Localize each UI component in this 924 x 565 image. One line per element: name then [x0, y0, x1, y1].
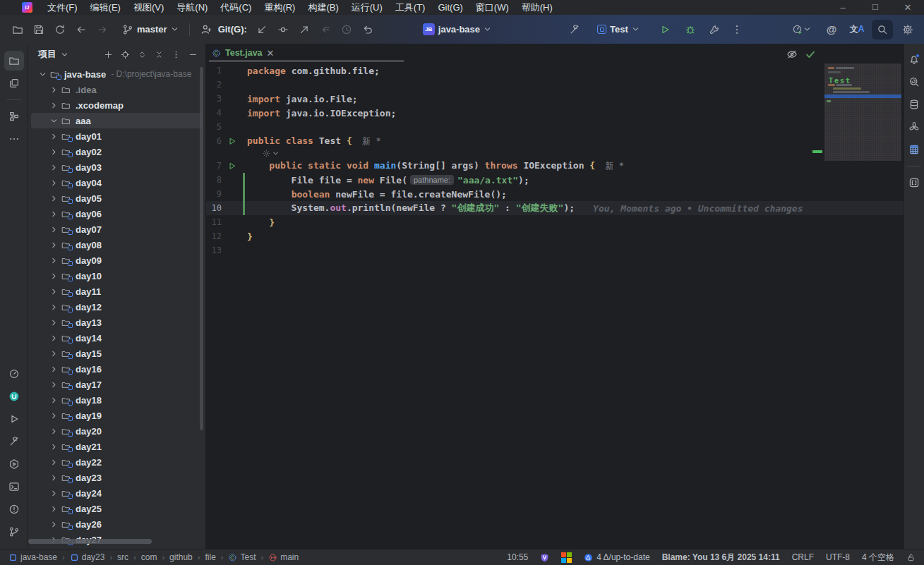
- database-button[interactable]: [906, 96, 923, 113]
- chev-right-icon[interactable]: [48, 412, 59, 420]
- notifications-button[interactable]: [906, 51, 923, 68]
- chev-right-icon[interactable]: [48, 241, 59, 249]
- brackets-plugin-button[interactable]: [906, 174, 923, 191]
- tree-item-day19[interactable]: day19: [31, 408, 203, 423]
- open-button[interactable]: [7, 20, 28, 40]
- run-gutter-icon[interactable]: [227, 137, 236, 146]
- chev-right-icon[interactable]: [48, 319, 59, 327]
- line-number[interactable]: 3: [206, 94, 222, 104]
- chev-right-icon[interactable]: [48, 288, 59, 296]
- minimize-button[interactable]: –: [827, 0, 859, 15]
- chev-right-icon[interactable]: [48, 179, 59, 187]
- ai-search-button[interactable]: [906, 73, 923, 90]
- code-line-1[interactable]: 1package com.github.file;: [206, 63, 904, 78]
- code-line-13[interactable]: 13: [206, 243, 904, 257]
- breadcrumb-day23[interactable]: day23: [67, 552, 108, 562]
- chev-right-icon[interactable]: [48, 505, 59, 513]
- code-with-me-button[interactable]: @: [821, 20, 842, 40]
- breadcrumb-main[interactable]: main: [265, 552, 301, 562]
- hide-annotations-eye-icon[interactable]: [786, 49, 798, 60]
- clock-widget[interactable]: 10:55: [507, 552, 528, 562]
- code-line-2[interactable]: 2: [206, 78, 904, 92]
- chev-down-icon[interactable]: [37, 71, 48, 78]
- tree-item-day25[interactable]: day25: [31, 501, 203, 516]
- breadcrumb-com[interactable]: com: [138, 552, 160, 562]
- inline-hint-gear-icon[interactable]: [263, 150, 270, 157]
- chev-down-icon[interactable]: [48, 117, 59, 125]
- encoding-widget[interactable]: UTF-8: [826, 552, 850, 562]
- build-button[interactable]: [564, 20, 585, 40]
- tree-item-day04[interactable]: day04: [31, 175, 203, 190]
- line-number[interactable]: 8: [206, 175, 222, 185]
- tree-item-day15[interactable]: day15: [31, 346, 203, 361]
- code-line-7[interactable]: 7 public static void main(String[] args)…: [206, 159, 904, 173]
- tree-item-day07[interactable]: day07: [31, 221, 203, 237]
- menu-gitg[interactable]: Git(G): [431, 0, 469, 15]
- teal-plugin-tool-button[interactable]: [4, 387, 24, 406]
- tree-item-day05[interactable]: day05: [31, 190, 203, 206]
- chev-right-icon[interactable]: [48, 210, 59, 218]
- tree-item-day06[interactable]: day06: [31, 206, 203, 221]
- chev-right-icon[interactable]: [48, 427, 59, 435]
- services-tool-button[interactable]: [4, 454, 24, 474]
- run-config-selector[interactable]: Test: [592, 20, 644, 40]
- line-number[interactable]: 5: [206, 122, 222, 132]
- code-line-12[interactable]: 12}: [206, 229, 904, 243]
- tree-item-.xcodemap[interactable]: .xcodemap: [31, 97, 203, 113]
- menu-重构r[interactable]: 重构(R): [258, 0, 301, 15]
- tree-item-day12[interactable]: day12: [31, 299, 203, 315]
- code-line-10[interactable]: 10 System.out.println(newFile ? "创建成功" :…: [206, 201, 904, 215]
- code-line-9[interactable]: 9 boolean newFile = file.createNewFile()…: [206, 187, 904, 201]
- chev-right-icon[interactable]: [48, 490, 59, 497]
- structure-tool-button[interactable]: [4, 107, 24, 126]
- code-line-11[interactable]: 11 }: [206, 215, 904, 229]
- collapse-all-button[interactable]: [150, 46, 167, 63]
- code-line-3[interactable]: 3import java.io.File;: [206, 92, 904, 106]
- chev-right-icon[interactable]: [48, 443, 59, 451]
- tree-item-day23[interactable]: day23: [31, 470, 203, 485]
- gutter[interactable]: [224, 162, 239, 171]
- spreadsheet-plugin-button[interactable]: [906, 141, 923, 158]
- profiler-tool-button[interactable]: [4, 364, 24, 384]
- line-number[interactable]: 6: [206, 136, 222, 146]
- debug-button[interactable]: [680, 20, 701, 40]
- code-line-4[interactable]: 4import java.io.IOException;: [206, 106, 904, 120]
- menu-代码c[interactable]: 代码(C): [214, 0, 258, 15]
- chev-right-icon[interactable]: [48, 226, 59, 233]
- menu-运行u[interactable]: 运行(U): [345, 0, 389, 15]
- color-grid-icon[interactable]: [561, 552, 572, 563]
- back-button[interactable]: [71, 20, 92, 40]
- maximize-button[interactable]: ☐: [859, 0, 892, 15]
- line-number[interactable]: 4: [206, 108, 222, 118]
- tree-item-day14[interactable]: day14: [31, 330, 203, 346]
- menu-工具t[interactable]: 工具(T): [389, 0, 432, 15]
- chev-right-icon[interactable]: [48, 148, 59, 156]
- code-line-6[interactable]: 6public class Test { 新 *: [206, 134, 904, 148]
- tree-item-day13[interactable]: day13: [31, 315, 203, 330]
- tree-item-day22[interactable]: day22: [31, 454, 203, 470]
- pinwheel-plugin-button[interactable]: [906, 119, 923, 135]
- chev-right-icon[interactable]: [48, 381, 59, 389]
- commit-tool-button[interactable]: [4, 73, 24, 93]
- tree-vertical-scrollbar[interactable]: [200, 67, 203, 430]
- gutter[interactable]: [224, 137, 239, 146]
- line-number[interactable]: 11: [206, 217, 222, 227]
- menu-文件f[interactable]: 文件(F): [41, 0, 84, 15]
- blame-widget[interactable]: Blame: You 13 6月 2025 14:11: [662, 552, 780, 564]
- line-number[interactable]: 10: [206, 203, 222, 213]
- chev-right-icon[interactable]: [48, 272, 59, 280]
- code-line-8[interactable]: 8 File file = new File(pathname:"aaa/a.t…: [206, 173, 904, 187]
- project-tool-button[interactable]: [4, 51, 24, 71]
- line-number[interactable]: 12: [206, 231, 222, 241]
- git-update-button[interactable]: [251, 20, 272, 40]
- tree-item-day21[interactable]: day21: [31, 439, 203, 454]
- line-number[interactable]: 7: [206, 161, 222, 171]
- chev-right-icon[interactable]: [48, 164, 59, 171]
- translate-button[interactable]: 文A: [846, 20, 868, 40]
- line-number[interactable]: 13: [206, 245, 222, 255]
- terminal-tool-button[interactable]: [4, 477, 24, 497]
- locate-button[interactable]: [116, 46, 133, 63]
- add-collaborator-button[interactable]: [196, 20, 217, 40]
- project-selector[interactable]: JB java-base: [418, 20, 496, 40]
- profiler-button[interactable]: [704, 20, 725, 40]
